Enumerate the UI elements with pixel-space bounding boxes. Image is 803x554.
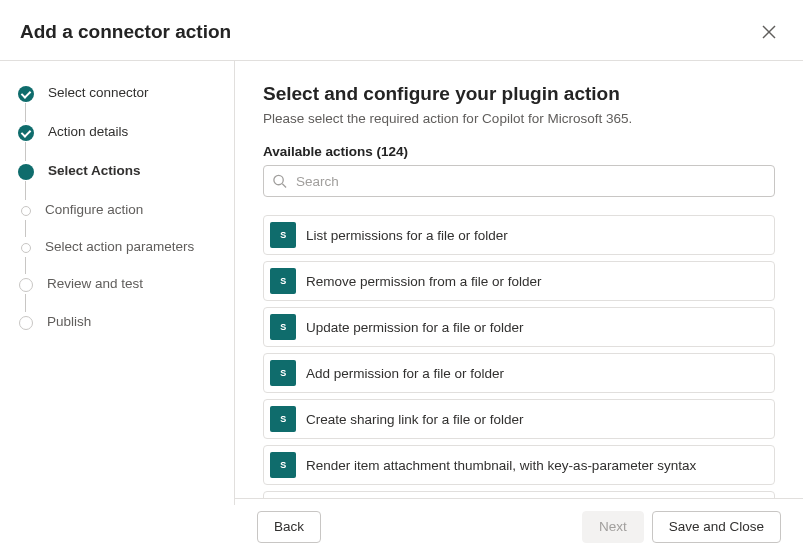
sharepoint-icon: S	[270, 268, 296, 294]
action-label: Add permission for a file or folder	[306, 366, 504, 381]
action-label: Render item attachment thumbnail, with k…	[306, 458, 696, 473]
action-label: Update permission for a file or folder	[306, 320, 524, 335]
step-indicator	[21, 206, 31, 216]
step-connector	[25, 220, 26, 237]
action-item[interactable]: SUpdate permission for a file or folder	[263, 307, 775, 347]
wizard-step[interactable]: Configure action	[18, 202, 226, 239]
sharepoint-icon: S	[270, 452, 296, 478]
action-item[interactable]: SRemove permission from a file or folder	[263, 261, 775, 301]
step-indicator	[18, 164, 34, 180]
step-connector	[25, 142, 26, 161]
action-label: List permissions for a file or folder	[306, 228, 508, 243]
next-button: Next	[582, 511, 644, 543]
main-panel: Select and configure your plugin action …	[235, 61, 803, 505]
step-indicator	[18, 125, 34, 141]
step-label: Publish	[47, 314, 91, 329]
svg-line-3	[282, 184, 286, 188]
sharepoint-icon: S	[270, 360, 296, 386]
step-connector	[25, 103, 26, 122]
action-item[interactable]: SList permissions for a file or folder	[263, 215, 775, 255]
sharepoint-icon: S	[270, 314, 296, 340]
action-item[interactable]: SCreate sharing link for a file or folde…	[263, 399, 775, 439]
step-indicator	[19, 278, 33, 292]
step-label: Configure action	[45, 202, 143, 217]
step-label: Action details	[48, 124, 128, 139]
wizard-step[interactable]: Select connector	[18, 85, 226, 124]
action-label: Create sharing link for a file or folder	[306, 412, 524, 427]
action-label: Remove permission from a file or folder	[306, 274, 542, 289]
wizard-step[interactable]: Select action parameters	[18, 239, 226, 276]
wizard-steps-sidebar: Select connectorAction detailsSelect Act…	[0, 61, 235, 505]
save-and-close-button[interactable]: Save and Close	[652, 511, 781, 543]
step-label: Select action parameters	[45, 239, 194, 254]
wizard-step[interactable]: Action details	[18, 124, 226, 163]
step-label: Review and test	[47, 276, 143, 291]
panel-title: Select and configure your plugin action	[263, 83, 775, 105]
step-indicator	[19, 316, 33, 330]
sharepoint-icon: S	[270, 222, 296, 248]
step-connector	[25, 294, 26, 312]
sharepoint-icon: S	[270, 406, 296, 432]
dialog-footer: Back Next Save and Close	[235, 498, 803, 554]
step-label: Select Actions	[48, 163, 141, 178]
close-icon	[762, 25, 776, 39]
wizard-step[interactable]: Publish	[18, 314, 226, 330]
wizard-step[interactable]: Select Actions	[18, 163, 226, 202]
search-input[interactable]	[263, 165, 775, 197]
close-button[interactable]	[755, 18, 783, 46]
step-indicator	[21, 243, 31, 253]
svg-point-2	[274, 175, 283, 184]
panel-subtitle: Please select the required action for Co…	[263, 111, 775, 126]
step-connector	[25, 181, 26, 200]
wizard-step[interactable]: Review and test	[18, 276, 226, 314]
action-item[interactable]: SAdd permission for a file or folder	[263, 353, 775, 393]
step-connector	[25, 257, 26, 274]
actions-list: SList permissions for a file or folderSR…	[263, 215, 775, 505]
action-item[interactable]: SRender item attachment thumbnail, with …	[263, 445, 775, 485]
dialog-title: Add a connector action	[20, 21, 231, 43]
back-button[interactable]: Back	[257, 511, 321, 543]
search-icon	[272, 174, 287, 189]
step-indicator	[18, 86, 34, 102]
step-label: Select connector	[48, 85, 149, 100]
available-actions-label: Available actions (124)	[263, 144, 775, 159]
